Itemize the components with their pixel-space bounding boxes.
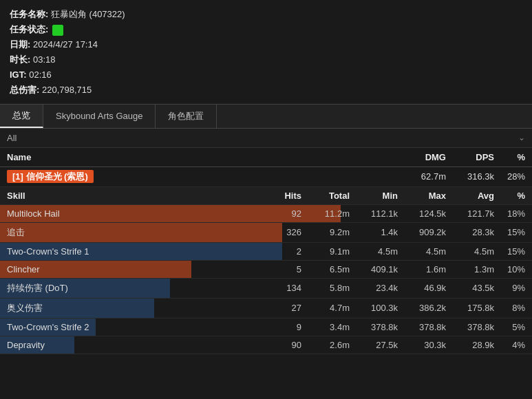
- skill-pct: 8%: [494, 303, 525, 313]
- task-status-line: 任务状态:: [10, 22, 522, 37]
- skill-pct: 9%: [494, 283, 525, 293]
- tabs-bar: 总览 Skybound Arts Gauge 角色配置: [0, 104, 532, 129]
- group-dps: 316.3k: [446, 171, 494, 182]
- skill-hits: 90: [260, 340, 301, 350]
- table-row: Two-Crown's Strife 293.4m378.8k378.8k378…: [0, 319, 532, 336]
- skill-min: 1.4k: [350, 227, 398, 237]
- skill-total: 11.2m: [301, 208, 350, 219]
- skill-max: 30.3k: [398, 340, 446, 350]
- skill-hits: 326: [260, 227, 301, 237]
- skill-min: 100.3k: [350, 303, 398, 313]
- skill-total: 4.7m: [301, 303, 350, 313]
- date-line: 日期: 2024/4/27 17:14: [10, 37, 522, 52]
- group-pct: 28%: [494, 171, 525, 182]
- skill-max: 1.6m: [398, 264, 446, 274]
- skill-max: 46.9k: [398, 283, 446, 293]
- skill-avg: 28.3k: [446, 227, 494, 237]
- filter-select[interactable]: All: [7, 133, 518, 143]
- skill-avg: 43.5k: [446, 283, 494, 293]
- table-row: 持续伤害 (DoT)1345.8m23.4k46.9k43.5k9%: [0, 279, 532, 299]
- skill-name: Two-Crown's Strife 2: [7, 322, 260, 332]
- skill-hits: 92: [260, 208, 301, 219]
- table-row: Two-Crown's Strife 129.1m4.5m4.5m4.5m15%: [0, 243, 532, 261]
- tab-character-config[interactable]: 角色配置: [156, 105, 217, 128]
- skill-pct: 18%: [494, 208, 525, 219]
- skill-name: Depravity: [7, 340, 260, 350]
- skill-name: Two-Crown's Strife 1: [7, 246, 260, 257]
- col-header-dps: DPS: [446, 152, 494, 162]
- skill-hits: 5: [260, 264, 301, 274]
- skill-pct: 10%: [494, 264, 525, 274]
- skill-total: 9.1m: [301, 246, 350, 257]
- table-row: Clincher56.5m409.1k1.6m1.3m10%: [0, 261, 532, 279]
- tab-overview[interactable]: 总览: [0, 105, 43, 128]
- skill-header-total: Total: [301, 191, 350, 201]
- total-damage-line: 总伤害: 220,798,715: [10, 83, 522, 98]
- col-header-dmg: DMG: [398, 152, 446, 162]
- skill-hits: 2: [260, 246, 301, 257]
- skill-name: Clincher: [7, 264, 260, 274]
- igt-value: 02:16: [29, 69, 52, 80]
- date-label: 日期:: [10, 39, 30, 50]
- skill-avg: 1.3m: [446, 264, 494, 274]
- skill-header-max: Max: [398, 191, 446, 201]
- table-row: Depravity902.6m27.5k30.3k28.9k4%: [0, 336, 532, 354]
- skill-total: 3.4m: [301, 322, 350, 332]
- col-header-name: Name: [7, 152, 212, 162]
- skill-rows-container: Multilock Hail9211.2m112.1k124.5k121.7k1…: [0, 205, 532, 354]
- skill-min: 112.1k: [350, 208, 398, 219]
- skill-header-row: Skill Hits Total Min Max Avg %: [0, 187, 532, 205]
- skill-max: 386.2k: [398, 303, 446, 313]
- table-main-header: Name DMG DPS %: [0, 148, 532, 167]
- group-label: [1] 信仰圣光 (索恩): [7, 170, 94, 183]
- skill-hits: 27: [260, 303, 301, 313]
- group-row: [1] 信仰圣光 (索恩) 62.7m 316.3k 28%: [0, 167, 532, 187]
- skill-hits: 9: [260, 322, 301, 332]
- skill-max: 378.8k: [398, 322, 446, 332]
- duration-line: 时长: 03:18: [10, 52, 522, 67]
- duration-value: 03:18: [33, 54, 56, 65]
- table-row: 追击3269.2m1.4k909.2k28.3k15%: [0, 223, 532, 243]
- skill-min: 4.5m: [350, 246, 398, 257]
- header-section: 任务名称: 狂暴凶角 (407322) 任务状态: 日期: 2024/4/27 …: [0, 0, 532, 104]
- tab-skybound[interactable]: Skybound Arts Gauge: [43, 105, 156, 128]
- skill-avg: 378.8k: [446, 322, 494, 332]
- skill-min: 23.4k: [350, 283, 398, 293]
- skill-name: Multilock Hail: [7, 208, 260, 219]
- igt-label: IGT:: [10, 69, 27, 80]
- skill-avg: 175.8k: [446, 303, 494, 313]
- chevron-down-icon: ⌄: [518, 133, 525, 142]
- status-icon: [52, 25, 63, 36]
- table-row: 奥义伤害274.7m100.3k386.2k175.8k8%: [0, 299, 532, 319]
- filter-bar[interactable]: All ⌄: [0, 129, 532, 148]
- damage-label: 总伤害:: [10, 85, 39, 95]
- skill-header-name: Skill: [7, 191, 260, 201]
- damage-value: 220,798,715: [42, 85, 92, 95]
- skill-max: 909.2k: [398, 227, 446, 237]
- task-name-value: 狂暴凶角 (407322): [51, 9, 125, 19]
- skill-header-pct: %: [494, 191, 525, 201]
- task-status-label: 任务状态:: [10, 24, 48, 34]
- skill-header-avg: Avg: [446, 191, 494, 201]
- skill-min: 378.8k: [350, 322, 398, 332]
- skill-name: 持续伤害 (DoT): [7, 282, 260, 294]
- skill-header-hits: Hits: [260, 191, 301, 201]
- igt-line: IGT: 02:16: [10, 67, 522, 83]
- group-label-container: [1] 信仰圣光 (索恩): [7, 171, 398, 183]
- group-dmg: 62.7m: [398, 171, 446, 182]
- task-name-line: 任务名称: 狂暴凶角 (407322): [10, 7, 522, 22]
- skill-pct: 5%: [494, 322, 525, 332]
- table-row: Multilock Hail9211.2m112.1k124.5k121.7k1…: [0, 205, 532, 223]
- skill-hits: 134: [260, 283, 301, 293]
- skill-total: 6.5m: [301, 264, 350, 274]
- col-header-pct: %: [494, 152, 525, 162]
- skill-pct: 15%: [494, 227, 525, 237]
- skill-max: 4.5m: [398, 246, 446, 257]
- skill-name: 奥义伤害: [7, 302, 260, 314]
- skill-max: 124.5k: [398, 208, 446, 219]
- skill-min: 27.5k: [350, 340, 398, 350]
- skill-pct: 4%: [494, 340, 525, 350]
- date-value: 2024/4/27 17:14: [33, 39, 98, 50]
- skill-avg: 4.5m: [446, 246, 494, 257]
- damage-table: Name DMG DPS % [1] 信仰圣光 (索恩) 62.7m 316.3…: [0, 148, 532, 354]
